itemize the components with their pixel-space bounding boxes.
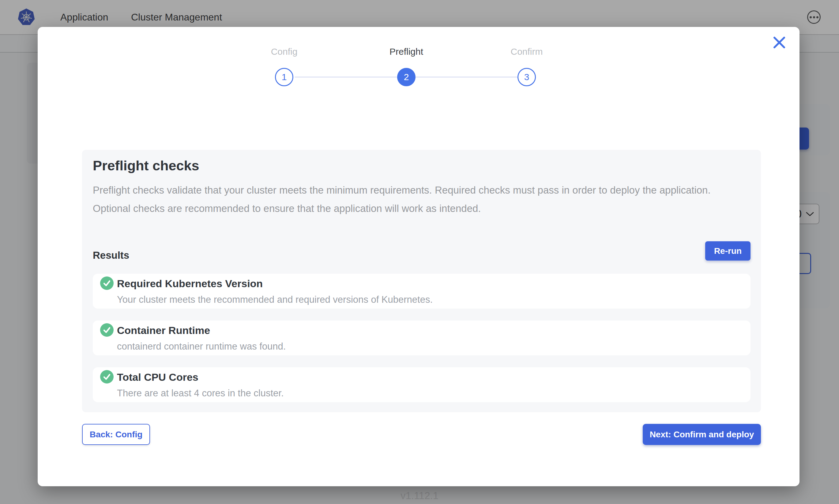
check-title: Required Kubernetes Version xyxy=(117,278,263,290)
close-icon[interactable] xyxy=(772,35,787,50)
panel-title: Preflight checks xyxy=(93,158,199,174)
check-result-row: Required Kubernetes Version Your cluster… xyxy=(93,274,751,309)
check-result-row: Total CPU Cores There are at least 4 cor… xyxy=(93,367,751,402)
step-label-confirm: Confirm xyxy=(481,47,572,57)
step-connector xyxy=(295,76,397,78)
step-label-preflight: Preflight xyxy=(360,47,452,57)
next-confirm-deploy-button[interactable]: Next: Confirm and deploy xyxy=(643,424,761,445)
check-result-row: Container Runtime containerd container r… xyxy=(93,321,751,355)
check-pass-icon xyxy=(100,323,114,337)
check-description: containerd container runtime was found. xyxy=(117,341,286,352)
check-title: Container Runtime xyxy=(117,324,210,337)
preflight-panel: Preflight checks Preflight checks valida… xyxy=(82,150,761,412)
check-title: Total CPU Cores xyxy=(117,371,199,383)
step-circle-confirm[interactable]: 3 xyxy=(517,68,536,86)
step-circle-config[interactable]: 1 xyxy=(275,68,293,86)
step-connector xyxy=(415,76,517,78)
step-label-config: Config xyxy=(238,47,330,57)
preflight-modal: Config Preflight Confirm 1 2 3 Preflight… xyxy=(38,27,800,486)
check-description: There are at least 4 cores in the cluste… xyxy=(117,388,284,399)
check-pass-icon xyxy=(100,276,114,290)
results-heading: Results xyxy=(93,250,129,261)
check-description: Your cluster meets the recommended and r… xyxy=(117,294,433,305)
back-config-button[interactable]: Back: Config xyxy=(82,424,150,445)
check-pass-icon xyxy=(100,370,114,383)
panel-description: Preflight checks validate that your clus… xyxy=(93,181,733,218)
rerun-button[interactable]: Re-run xyxy=(705,241,751,260)
step-circle-preflight[interactable]: 2 xyxy=(397,68,415,86)
